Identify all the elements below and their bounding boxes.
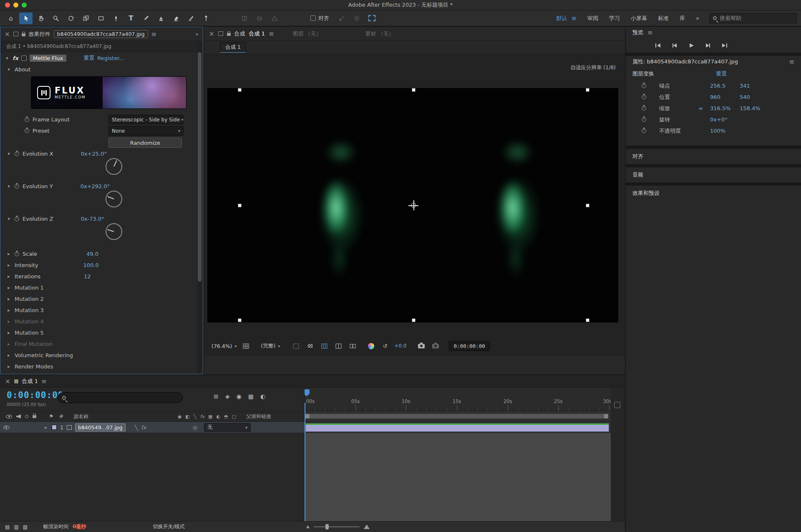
stopwatch-icon[interactable]	[642, 117, 646, 122]
resolution-select[interactable]: (完整) ▾	[261, 343, 280, 350]
footage-viewer-tab[interactable]: 素材 （无）	[365, 30, 394, 38]
type-tool[interactable]: T	[124, 13, 138, 24]
composition-tab-label[interactable]: 合成	[234, 30, 245, 38]
adaptive-resolution-label[interactable]: 自适应分辨率 (1/8)	[570, 64, 616, 71]
workspace-tab-default[interactable]: 默认	[556, 15, 567, 22]
iterations-value[interactable]: 12	[84, 273, 91, 280]
twirl-open-icon[interactable]: ▾	[6, 184, 11, 189]
playhead-line[interactable]	[305, 403, 305, 521]
anchor-point[interactable]	[410, 202, 417, 209]
group-row[interactable]: ▸ Render Modes	[0, 361, 203, 372]
layer-row[interactable]: ▸ 1 b840549...07.jpg ╲ fx ◎ 无 ▾	[0, 422, 305, 433]
lock-column-icon[interactable]	[33, 415, 36, 418]
twirl-closed-icon[interactable]: ▸	[6, 274, 11, 279]
cube-3d-switch-icon[interactable]: □	[232, 414, 236, 419]
frame-layout-dropdown[interactable]: Stereoscopic - Side by Side ▾	[108, 115, 184, 124]
stopwatch-icon[interactable]	[642, 106, 646, 111]
next-frame-button[interactable]	[703, 41, 713, 50]
quality-switch-icon[interactable]: ╲	[194, 414, 196, 419]
work-area-bar[interactable]	[305, 414, 608, 419]
help-search[interactable]	[709, 13, 797, 23]
pixel-aspect-button[interactable]	[348, 341, 358, 350]
group-row[interactable]: ▸ Mutation 1	[0, 282, 203, 293]
twirl-closed-icon[interactable]: ▸	[6, 262, 11, 268]
effect-controls-tab-file[interactable]: b84054900adc87cca877a407.jpg	[54, 30, 148, 38]
expand-inout-button[interactable]: ▧	[23, 524, 28, 530]
region-of-interest-button[interactable]	[291, 341, 301, 350]
zoom-slider-knob[interactable]	[325, 524, 329, 529]
stopwatch-icon[interactable]	[15, 217, 19, 221]
pen-tool[interactable]	[109, 13, 123, 24]
selection-handle[interactable]	[412, 88, 416, 92]
group-row[interactable]: ▸ Volumetric Rendering	[0, 350, 203, 361]
lock-icon[interactable]	[227, 33, 231, 36]
puppet-pin-tool[interactable]	[199, 13, 213, 24]
snap-edges-button[interactable]	[335, 13, 348, 24]
exposure-value[interactable]: +0.0	[394, 343, 406, 349]
group-row[interactable]: ▸ Mutation 5	[0, 327, 203, 338]
layer-fx-icon[interactable]: fx	[141, 424, 146, 431]
effect-header-row[interactable]: ▾ fx Mettle Flux 重置 Register...	[0, 52, 203, 64]
viewer-timecode[interactable]: 0:00:00:00	[449, 341, 489, 351]
effect-register-link[interactable]: Register...	[97, 55, 124, 61]
parent-link-column-header[interactable]: 父级和链接	[246, 413, 271, 420]
axis-mode-local-button[interactable]	[238, 13, 251, 24]
comp-marker-bin-icon[interactable]	[614, 402, 620, 408]
opacity-value[interactable]: 100%	[710, 128, 725, 134]
shy-switch-icon[interactable]: ◉	[178, 414, 182, 419]
twirl-open-icon[interactable]: ▾	[6, 216, 11, 222]
frame-blend-button[interactable]: ▦	[248, 393, 254, 400]
mini-flowchart-button[interactable]: ⊞	[214, 393, 219, 400]
layer-duration-bar[interactable]	[305, 423, 609, 432]
group-row[interactable]: ▸ Mutation 4	[0, 316, 203, 327]
layer-visibility-toggle[interactable]	[3, 426, 10, 429]
mask-feather-boundary-icon[interactable]	[368, 15, 375, 21]
number-column-header[interactable]: #	[59, 413, 73, 419]
evolution-y-value[interactable]: 0x+292.0°	[81, 183, 110, 189]
layer-color-swatch[interactable]	[52, 425, 57, 430]
twirl-closed-icon[interactable]: ▸	[6, 308, 11, 313]
evolution-z-value[interactable]: 0x-73.0°	[81, 216, 104, 222]
selection-handle[interactable]	[238, 204, 242, 207]
layer-quality-icon[interactable]: ╲	[135, 424, 138, 431]
solo-column-icon[interactable]	[25, 415, 28, 418]
view-layout-button[interactable]	[333, 341, 343, 350]
stopwatch-icon[interactable]	[15, 184, 19, 189]
rotation-value[interactable]: 0x+0°	[710, 116, 728, 123]
evolution-z-dial[interactable]	[106, 223, 122, 240]
layer-name[interactable]: b840549...07.jpg	[75, 424, 126, 431]
adjustment-switch-icon[interactable]: ◓	[224, 414, 228, 419]
twirl-closed-icon[interactable]: ▸	[6, 364, 11, 369]
twirl-closed-icon[interactable]: ▸	[6, 319, 11, 324]
panel-menu-icon[interactable]: ≡	[647, 29, 653, 36]
clone-stamp-tool[interactable]	[154, 13, 168, 24]
source-name-column-header[interactable]: 源名称	[73, 413, 178, 420]
pan-behind-tool[interactable]	[79, 13, 93, 24]
close-panel-icon[interactable]: ×	[209, 30, 214, 38]
effect-name[interactable]: Mettle Flux	[30, 55, 66, 62]
snap-features-button[interactable]	[350, 13, 363, 24]
stopwatch-icon[interactable]	[642, 83, 646, 88]
stopwatch-icon[interactable]	[642, 95, 646, 99]
close-window-button[interactable]	[5, 3, 10, 8]
grid-guides-icon[interactable]	[241, 341, 251, 350]
panel-overflow-icon[interactable]: »	[195, 31, 199, 37]
workspace-tab-libraries[interactable]: 库	[680, 15, 685, 22]
group-row[interactable]: ▸ Mutation 2	[0, 293, 203, 305]
brush-tool[interactable]	[139, 13, 153, 24]
group-row[interactable]: ▸ Mutation 3	[0, 305, 203, 316]
selection-handle[interactable]	[586, 88, 589, 92]
anchor-y-value[interactable]: 341	[740, 83, 750, 89]
scale-x-value[interactable]: 316.5%	[710, 105, 731, 111]
eraser-tool[interactable]	[169, 13, 183, 24]
twirl-open-icon[interactable]: ▾	[6, 67, 11, 72]
close-panel-icon[interactable]: ×	[5, 378, 10, 385]
scrollbar-thumb[interactable]	[198, 52, 202, 282]
help-search-input[interactable]	[720, 15, 786, 21]
anchor-x-value[interactable]: 256.5	[710, 83, 725, 89]
about-row[interactable]: ▾ About	[0, 64, 203, 75]
composition-tab-name[interactable]: 合成 1	[249, 30, 265, 38]
close-panel-icon[interactable]: ×	[5, 30, 10, 38]
vertical-scrollbar[interactable]	[197, 42, 202, 373]
orbit-camera-tool[interactable]	[64, 13, 78, 24]
